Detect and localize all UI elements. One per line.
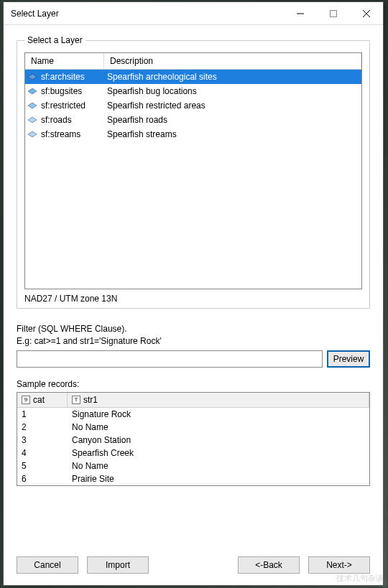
svg-marker-4: [28, 74, 37, 80]
sample-row[interactable]: 2No Name: [17, 421, 369, 434]
preview-button[interactable]: Preview: [327, 350, 370, 368]
layer-type-icon: [25, 131, 40, 138]
crs-label: NAD27 / UTM zone 13N: [24, 294, 362, 304]
filter-input[interactable]: [17, 350, 323, 368]
sample-str1: No Name: [68, 421, 369, 434]
sample-header-cat[interactable]: 9 cat: [17, 393, 68, 407]
filter-label: Filter (SQL WHERE Clause). E.g: cat>=1 a…: [17, 323, 370, 347]
header-description[interactable]: Description: [104, 53, 361, 69]
sample-str1: Canyon Station: [68, 434, 369, 447]
window-title: Select Layer: [11, 9, 59, 19]
header-name[interactable]: Name: [25, 53, 104, 69]
minimize-button[interactable]: [284, 2, 317, 25]
layer-name: sf:bugsites: [40, 86, 104, 96]
svg-rect-1: [331, 10, 337, 17]
sample-row[interactable]: 6Prairie Site: [17, 472, 369, 485]
button-bar: Cancel Import <-Back Next->: [4, 549, 383, 585]
layer-row[interactable]: sf:bugsitesSpearfish bug locations: [25, 84, 361, 98]
layer-description: Spearfish streams: [104, 129, 361, 139]
cancel-button[interactable]: Cancel: [17, 556, 78, 574]
layer-row[interactable]: sf:restrictedSpearfish restricted areas: [25, 98, 361, 113]
svg-marker-7: [28, 117, 37, 123]
watermark: 技术几句杂谈: [336, 573, 384, 584]
text-type-icon: T: [72, 396, 80, 404]
sample-header-str1[interactable]: T str1: [68, 393, 369, 407]
layer-row[interactable]: sf:streamsSpearfish streams: [25, 127, 361, 141]
svg-marker-8: [28, 131, 37, 137]
layer-type-icon: [25, 116, 40, 123]
layer-row[interactable]: sf:roadsSpearfish roads: [25, 113, 361, 127]
sample-row[interactable]: 4Spearfish Creek: [17, 447, 369, 459]
sample-str1: Prairie Site: [68, 472, 369, 485]
sample-str1: Signature Rock: [68, 408, 369, 421]
layer-table[interactable]: Name Description sf:archsitesSpearfish a…: [24, 52, 362, 289]
sample-table: 9 cat T str1 1Signature Rock2No Name3Can…: [17, 392, 370, 486]
layer-name: sf:roads: [40, 115, 104, 125]
svg-marker-6: [28, 103, 37, 108]
sample-str1: Spearfish Creek: [68, 447, 369, 459]
sample-cat: 1: [17, 408, 68, 421]
numeric-type-icon: 9: [22, 396, 30, 404]
layer-type-icon: [25, 102, 40, 109]
next-button[interactable]: Next->: [308, 556, 370, 574]
layer-type-icon: [25, 73, 40, 80]
layer-fieldset: Select a Layer Name Description sf:archs…: [17, 35, 370, 309]
fieldset-legend: Select a Layer: [24, 35, 86, 45]
import-button[interactable]: Import: [87, 556, 149, 574]
layer-description: Spearfish restricted areas: [104, 101, 361, 111]
sample-cat: 3: [17, 434, 68, 447]
dialog-window: Select Layer Select a Layer Name Descrip…: [3, 1, 384, 586]
sample-str1: No Name: [68, 459, 369, 472]
sample-label: Sample records:: [17, 379, 370, 389]
titlebar: Select Layer: [4, 2, 383, 25]
layer-description: Spearfish bug locations: [104, 86, 361, 96]
layer-row[interactable]: sf:archsitesSpearfish archeological site…: [25, 70, 361, 84]
maximize-icon: [330, 10, 337, 17]
layer-type-icon: [25, 88, 40, 95]
sample-cat: 2: [17, 421, 68, 434]
layer-name: sf:streams: [40, 129, 104, 139]
sample-row[interactable]: 3Canyon Station: [17, 434, 369, 447]
back-button[interactable]: <-Back: [238, 556, 300, 574]
sample-cat: 4: [17, 447, 68, 459]
sample-cat: 5: [17, 459, 68, 472]
minimize-icon: [297, 10, 304, 17]
close-icon: [363, 10, 370, 17]
layer-description: Spearfish roads: [104, 115, 361, 125]
layer-table-header: Name Description: [25, 53, 361, 70]
sample-row[interactable]: 1Signature Rock: [17, 408, 369, 421]
sample-cat: 6: [17, 472, 68, 485]
maximize-button[interactable]: [317, 2, 350, 25]
layer-name: sf:archsites: [40, 72, 104, 82]
layer-description: Spearfish archeological sites: [104, 72, 361, 82]
layer-name: sf:restricted: [40, 101, 104, 111]
svg-marker-5: [28, 88, 37, 94]
close-button[interactable]: [350, 2, 383, 25]
sample-row[interactable]: 5No Name: [17, 459, 369, 472]
